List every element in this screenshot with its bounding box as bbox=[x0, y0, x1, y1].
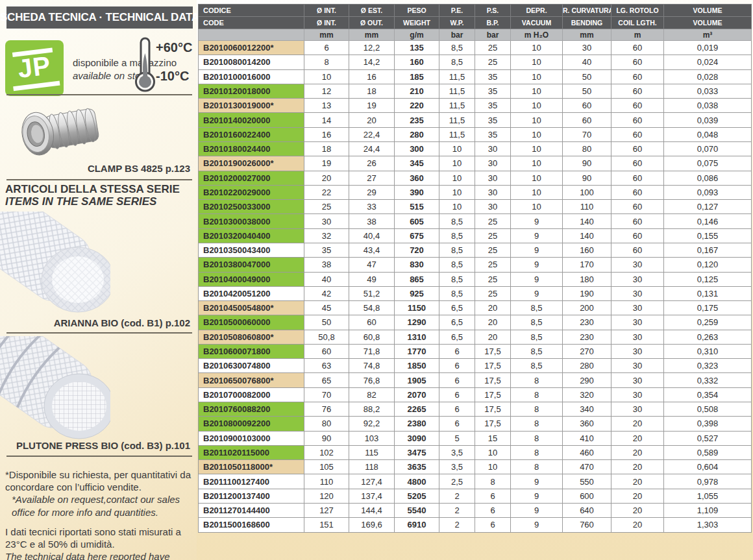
value-cell: 60 bbox=[611, 214, 664, 228]
value-cell: 0,070 bbox=[664, 141, 752, 156]
divider bbox=[6, 456, 192, 457]
value-cell: 11,5 bbox=[439, 127, 475, 141]
value-cell: 0,259 bbox=[664, 315, 752, 330]
series-title-english: ITEMS IN THE SAME SERIES bbox=[5, 195, 156, 208]
code-cell: B2010450054800* bbox=[199, 301, 304, 315]
code-cell: B2010420051200 bbox=[199, 286, 304, 300]
value-cell: 38 bbox=[304, 258, 349, 272]
value-cell: 320 bbox=[563, 387, 611, 402]
value-cell: 10 bbox=[511, 69, 563, 84]
value-cell: 30 bbox=[611, 387, 664, 402]
value-cell: 60 bbox=[304, 344, 349, 358]
value-cell: 20 bbox=[611, 489, 664, 503]
value-cell: 35 bbox=[475, 127, 511, 141]
value-cell: 8,5 bbox=[439, 41, 475, 55]
header-cell: R. CURVATURA bbox=[563, 5, 611, 17]
value-cell: 0,024 bbox=[664, 55, 752, 69]
value-cell: 60 bbox=[611, 55, 664, 69]
value-cell: 20 bbox=[611, 417, 664, 431]
value-cell: 3,5 bbox=[439, 445, 475, 459]
value-cell: 8 bbox=[511, 402, 563, 417]
table-row: B2011050118000*10511836353,5108470200,60… bbox=[199, 460, 752, 474]
value-cell: 71,8 bbox=[349, 344, 395, 358]
value-cell: 30 bbox=[475, 185, 511, 199]
table-row: B201030003800030386058,5259140600,146 bbox=[199, 214, 752, 228]
value-cell: 16 bbox=[349, 69, 395, 84]
value-cell: 35 bbox=[475, 99, 511, 113]
table-row: B2011500168600151169,66910269760201,303 bbox=[199, 518, 752, 532]
value-cell: 6,5 bbox=[439, 301, 475, 315]
value-cell: 33 bbox=[349, 200, 395, 214]
value-cell: 20 bbox=[304, 171, 349, 185]
footnotes: *Disponibile su richiesta, per quantitat… bbox=[5, 469, 193, 560]
table-row: B2011100127400110127,448002,589550200,97… bbox=[199, 474, 752, 489]
value-cell: 8,5 bbox=[439, 286, 475, 300]
value-cell: 6 bbox=[439, 387, 475, 402]
value-cell: 40 bbox=[304, 272, 349, 286]
code-cell: B2011270144400 bbox=[199, 504, 304, 518]
value-cell: 60 bbox=[611, 127, 664, 141]
value-cell: 40,4 bbox=[349, 228, 395, 243]
value-cell: 0,527 bbox=[664, 431, 752, 445]
value-cell: 30 bbox=[475, 141, 511, 156]
value-cell: 51,2 bbox=[349, 286, 395, 300]
value-cell: 0,125 bbox=[664, 272, 752, 286]
value-cell: 90 bbox=[304, 431, 349, 445]
value-cell: 54,8 bbox=[349, 301, 395, 315]
value-cell: 0,604 bbox=[664, 460, 752, 474]
code-cell: B2010760088200 bbox=[199, 402, 304, 417]
value-cell: 1850 bbox=[395, 359, 439, 373]
measurement-note-english: The technical data here reported have be… bbox=[5, 550, 193, 560]
value-cell: 10 bbox=[439, 200, 475, 214]
value-cell: 8 bbox=[511, 431, 563, 445]
table-row: B20107600882007688,22265617,58340300,508 bbox=[199, 402, 752, 417]
value-cell: 13 bbox=[304, 99, 349, 113]
arianna-bio-caption: ARIANNA BIO (cod. B1) p.102 bbox=[0, 317, 190, 328]
table-row: B20106300748006374,81850617,58,5280300,3… bbox=[199, 359, 752, 373]
value-cell: 0,093 bbox=[664, 185, 752, 199]
value-cell: 10 bbox=[475, 445, 511, 459]
table-row: B20102200290002229390103010100600,093 bbox=[199, 185, 752, 199]
header-cell: CODE bbox=[199, 17, 304, 29]
value-cell: 6 bbox=[304, 41, 349, 55]
value-cell: 90 bbox=[563, 171, 611, 185]
availability-note-italian: *Disponibile su richiesta, per quantitat… bbox=[5, 469, 193, 493]
value-cell: 9 bbox=[511, 489, 563, 503]
code-cell: B2010220029000 bbox=[199, 185, 304, 199]
value-cell: 230 bbox=[563, 330, 611, 344]
value-cell: 25 bbox=[475, 286, 511, 300]
value-cell: 16 bbox=[304, 127, 349, 141]
value-cell: 0,127 bbox=[664, 200, 752, 214]
header-cell: Ø INT. bbox=[304, 17, 349, 29]
value-cell: 1310 bbox=[395, 330, 439, 344]
value-cell: 925 bbox=[395, 286, 439, 300]
unit-cell: bar bbox=[439, 29, 475, 41]
value-cell: 20 bbox=[611, 445, 664, 459]
value-cell: 30 bbox=[475, 200, 511, 214]
value-cell: 2 bbox=[439, 504, 475, 518]
value-cell: 17,5 bbox=[475, 402, 511, 417]
code-cell: B2011500168600 bbox=[199, 518, 304, 532]
divider bbox=[6, 179, 192, 180]
value-cell: 50 bbox=[563, 84, 611, 98]
value-cell: 1770 bbox=[395, 344, 439, 358]
value-cell: 20 bbox=[611, 518, 664, 532]
code-cell: B2010630074800 bbox=[199, 359, 304, 373]
value-cell: 20 bbox=[611, 474, 664, 489]
value-cell: 8 bbox=[511, 445, 563, 459]
value-cell: 60 bbox=[349, 315, 395, 330]
value-cell: 76,8 bbox=[349, 373, 395, 387]
code-cell: B2010190026000* bbox=[199, 156, 304, 171]
value-cell: 270 bbox=[563, 344, 611, 358]
unit-cell: g/m bbox=[395, 29, 439, 41]
value-cell: 35 bbox=[475, 113, 511, 127]
value-cell: 0,120 bbox=[664, 258, 752, 272]
value-cell: 30 bbox=[611, 359, 664, 373]
value-cell: 20 bbox=[475, 301, 511, 315]
value-cell: 515 bbox=[395, 200, 439, 214]
unit-cell: bar bbox=[475, 29, 511, 41]
page-title: SCHEDA TECNICA · TECHNICAL DATA bbox=[6, 6, 193, 29]
value-cell: 0,146 bbox=[664, 214, 752, 228]
value-cell: 11,5 bbox=[439, 84, 475, 98]
header-cell: VOLUME bbox=[664, 5, 752, 17]
